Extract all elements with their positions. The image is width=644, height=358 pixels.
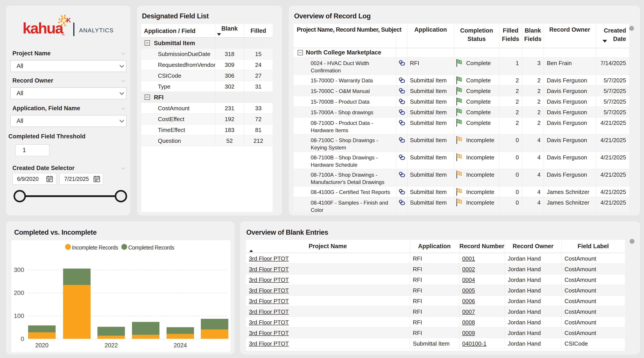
svg-text:K: K (66, 16, 71, 24)
